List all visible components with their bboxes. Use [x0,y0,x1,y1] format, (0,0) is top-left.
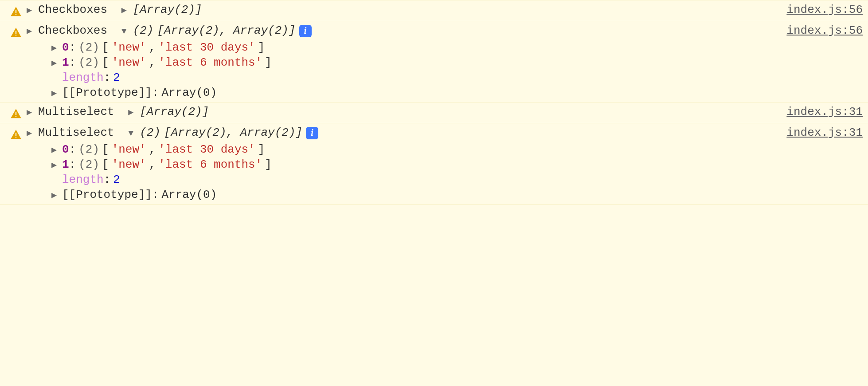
expand-toggle[interactable]: ▶ [27,25,35,36]
array-item[interactable]: ▶ 0: (2) ['new', 'last 30 days'] [51,41,863,54]
warning-icon [10,27,22,39]
expand-toggle[interactable]: ▶ [51,159,59,170]
svg-rect-0 [16,10,16,13]
array-item[interactable]: ▶ 1: (2) ['new', 'last 6 months'] [51,158,863,171]
expand-toggle[interactable]: ▶ [51,57,59,68]
array-count: (2) [133,24,154,37]
expand-toggle[interactable]: ▶ [27,4,35,16]
object-expand-toggle[interactable]: ▶ [128,106,136,118]
svg-rect-4 [16,112,16,115]
log-label: Multiselect [38,105,114,118]
object-preview[interactable]: [Array(2)] [140,105,209,118]
object-children: ▶ 0: (2) ['new', 'last 30 days'] ▶ 1: (2… [51,143,863,201]
object-preview[interactable]: [Array(2), Array(2)] [157,24,295,37]
length-property: ▶ length: 2 [51,173,863,186]
log-label: Checkboxes [38,3,107,16]
warning-icon [10,129,22,141]
warning-icon [10,108,22,120]
expand-toggle[interactable]: ▶ [27,127,35,138]
expand-toggle[interactable]: ▶ [51,87,59,98]
array-item[interactable]: ▶ 0: (2) ['new', 'last 30 days'] [51,143,863,156]
expand-toggle[interactable]: ▶ [51,42,59,53]
svg-rect-7 [16,137,16,138]
warning-icon [10,6,22,18]
object-preview[interactable]: [Array(2), Array(2)] [164,126,302,139]
expand-toggle[interactable]: ▶ [51,144,59,155]
source-link[interactable]: index.js:56 [786,3,863,16]
length-property: ▶ length: 2 [51,71,863,84]
svg-rect-1 [16,14,16,15]
source-link[interactable]: index.js:56 [786,24,863,37]
object-expand-toggle[interactable]: ▶ [121,4,129,16]
object-preview[interactable]: [Array(2)] [133,3,202,16]
object-expand-toggle[interactable]: ▼ [128,128,136,138]
log-label: Checkboxes [38,24,107,37]
expand-toggle[interactable]: ▶ [27,106,35,118]
console-entry: ▶ Checkboxes ▶ [Array(2)] index.js:56 [0,0,868,21]
info-icon[interactable]: i [299,25,312,37]
console-entry: ▶ Checkboxes ▼ (2) [Array(2), Array(2)] … [0,21,868,102]
info-icon[interactable]: i [306,127,318,139]
object-children: ▶ 0: (2) ['new', 'last 30 days'] ▶ 1: (2… [51,41,863,99]
console-entry: ▶ Multiselect ▶ [Array(2)] index.js:31 [0,102,868,123]
source-link[interactable]: index.js:31 [786,126,863,139]
svg-rect-3 [16,35,16,35]
expand-toggle[interactable]: ▶ [51,189,59,201]
svg-rect-5 [16,116,16,117]
source-link[interactable]: index.js:31 [786,105,863,118]
console-entry: ▶ Multiselect ▼ (2) [Array(2), Array(2)]… [0,123,868,205]
object-expand-toggle[interactable]: ▼ [121,26,129,36]
prototype-property[interactable]: ▶ [[Prototype]]: Array(0) [51,86,863,99]
array-item[interactable]: ▶ 1: (2) ['new', 'last 6 months'] [51,56,863,69]
console-panel: ▶ Checkboxes ▶ [Array(2)] index.js:56 ▶ … [0,0,868,205]
svg-rect-2 [16,31,16,34]
prototype-property[interactable]: ▶ [[Prototype]]: Array(0) [51,188,863,201]
array-count: (2) [140,126,160,139]
log-label: Multiselect [38,126,114,139]
svg-rect-6 [16,133,16,136]
